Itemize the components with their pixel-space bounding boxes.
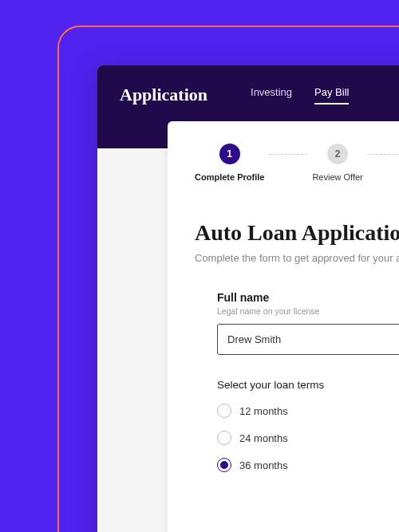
main-panel: 1 Complete Profile 2 Review Offer 3 Acce…: [168, 121, 399, 532]
top-nav: Investing Pay Bill: [251, 86, 349, 104]
radio-label: 36 months: [239, 459, 288, 471]
fullname-hint: Legal name on your license: [217, 306, 399, 316]
radio-label: 12 months: [239, 405, 288, 417]
radio-icon: [217, 404, 231, 418]
step-connector: [368, 154, 399, 155]
loan-term-option-12[interactable]: 12 months: [217, 404, 399, 418]
nav-pay-bill[interactable]: Pay Bill: [314, 86, 349, 104]
loan-terms-label: Select your loan terms: [217, 379, 399, 391]
page-title: Auto Loan Application: [195, 220, 399, 246]
step-number-icon: 1: [219, 144, 240, 164]
loan-term-option-36[interactable]: 36 months: [217, 458, 399, 472]
page-subtitle: Complete the form to get approved for yo…: [195, 252, 399, 264]
radio-dot-icon: [220, 461, 228, 469]
step-label: Complete Profile: [195, 172, 264, 182]
radio-label: 24 months: [239, 432, 288, 444]
step-complete-profile[interactable]: 1 Complete Profile: [195, 144, 264, 182]
step-label: Review Offer: [312, 172, 362, 182]
app-window: Application Investing Pay Bill 1 Complet…: [97, 65, 399, 532]
nav-investing[interactable]: Investing: [251, 86, 292, 104]
step-review-offer[interactable]: 2 Review Offer: [312, 144, 362, 182]
loan-term-option-24[interactable]: 24 months: [217, 431, 399, 445]
fullname-label: Full name: [217, 291, 399, 304]
step-number-icon: 2: [327, 144, 348, 164]
progress-stepper: 1 Complete Profile 2 Review Offer 3 Acce…: [195, 144, 399, 182]
radio-icon-selected: [217, 458, 231, 472]
brand-title: Application: [120, 85, 207, 105]
fullname-input[interactable]: [217, 324, 399, 355]
form-section: Full name Legal name on your license Sel…: [195, 291, 399, 472]
radio-icon: [217, 431, 231, 445]
step-connector: [269, 154, 307, 155]
